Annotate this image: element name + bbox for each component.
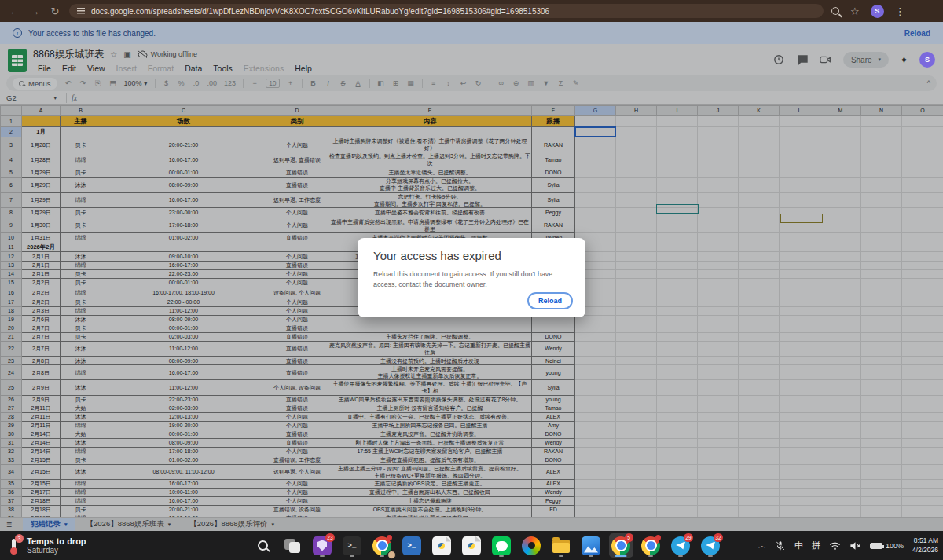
cell[interactable] [902, 127, 943, 137]
cell[interactable]: 大姑 [61, 430, 101, 438]
insert-comment-icon[interactable]: ⊕ [512, 79, 520, 87]
row-header-18[interactable]: 18 [1, 306, 22, 315]
cell[interactable] [780, 287, 820, 298]
strikethrough-icon[interactable]: S [339, 79, 347, 87]
cell[interactable] [780, 306, 820, 315]
cell[interactable] [902, 167, 943, 178]
cell[interactable]: 直播错误, 设备问题 [266, 505, 328, 514]
cell[interactable] [820, 380, 861, 395]
cell[interactable] [861, 496, 902, 505]
cell[interactable] [820, 332, 861, 341]
cell[interactable] [780, 447, 820, 456]
cell[interactable] [902, 152, 943, 167]
cell[interactable]: 沐沐 [61, 357, 101, 365]
cell[interactable]: 贝卡 [61, 218, 101, 232]
cell[interactable]: 2月15日 [22, 479, 61, 488]
cell[interactable] [739, 207, 780, 218]
cell[interactable]: 绵绵 [61, 287, 101, 298]
cell[interactable]: 01:00-02:00 [101, 456, 266, 464]
cell[interactable]: 个人问题 [266, 298, 328, 306]
cell[interactable] [820, 269, 861, 278]
cell[interactable]: 主播中申请触碰位置处理迟来秒回。 [328, 514, 532, 517]
menu-help[interactable]: Help [290, 64, 317, 73]
cell[interactable] [820, 505, 861, 514]
cell[interactable] [657, 306, 698, 315]
cell[interactable]: 个人问题 [266, 269, 328, 278]
fill-color-icon[interactable]: ◧ [377, 79, 385, 87]
cell[interactable] [902, 380, 943, 395]
cell[interactable] [861, 332, 902, 341]
cell[interactable] [780, 315, 820, 324]
cell[interactable]: Amy [532, 421, 575, 430]
cell[interactable] [902, 464, 943, 479]
cell[interactable]: 1月30日 [22, 218, 61, 232]
cell[interactable]: 直播过程中。主播台面露出私人东西。已提醒收回 [328, 488, 532, 496]
cell[interactable] [739, 380, 780, 395]
menu-format[interactable]: Format [143, 64, 178, 73]
row-header-38[interactable]: 38 [1, 505, 22, 514]
cell[interactable] [820, 357, 861, 365]
cell[interactable] [575, 207, 616, 218]
cell[interactable]: 主播迟上播三分钟 - 原因: 直播码问题。已提醒主播后续留意。提前检查好。 主播… [328, 464, 532, 479]
taskbar-powershell[interactable]: >_ [400, 533, 424, 558]
cell[interactable]: 2月18日 [22, 505, 61, 514]
redo-icon[interactable]: ↷ [79, 79, 87, 87]
cell[interactable] [616, 251, 657, 261]
cell[interactable] [616, 306, 657, 315]
cell[interactable] [861, 192, 902, 207]
cell[interactable] [657, 232, 698, 243]
cell[interactable]: 20:00-21:00 [101, 137, 266, 152]
cell[interactable]: 02:00-03:00 [101, 332, 266, 341]
mic-muted-icon[interactable] [775, 540, 786, 551]
cell[interactable] [861, 365, 902, 380]
cell[interactable] [657, 261, 698, 269]
cell[interactable] [780, 298, 820, 306]
cell[interactable] [739, 178, 780, 192]
cell[interactable] [902, 447, 943, 456]
cell[interactable]: 16:00-17:00, 18:00-19:00 [101, 287, 266, 298]
sheet-tab-2[interactable]: 【2026】8868娱乐班表▾ [79, 518, 179, 531]
cell[interactable]: Wendy [532, 438, 575, 447]
cell[interactable] [616, 447, 657, 456]
cell[interactable]: RAKAN [532, 218, 575, 232]
cell[interactable] [780, 167, 820, 178]
cell[interactable] [575, 167, 616, 178]
cell[interactable] [780, 218, 820, 232]
row-header-32[interactable]: 32 [1, 447, 22, 456]
cell[interactable]: 直播错误, 工作态度 [266, 456, 328, 464]
cell[interactable]: 2月2日 [22, 287, 61, 298]
cell[interactable] [739, 152, 780, 167]
cell[interactable] [780, 332, 820, 341]
cell[interactable] [739, 447, 780, 456]
cell[interactable] [739, 438, 780, 447]
taskbar-clock[interactable]: 8:51 AM 4/2/2026 [912, 536, 938, 554]
cell[interactable]: 绵绵 [61, 192, 101, 207]
cell[interactable] [820, 251, 861, 261]
row-header-26[interactable]: 26 [1, 395, 22, 404]
cell[interactable] [575, 380, 616, 395]
cell[interactable] [820, 412, 861, 421]
cell[interactable] [616, 152, 657, 167]
wifi-icon[interactable] [829, 541, 841, 551]
cell[interactable]: 跟播 [532, 116, 575, 127]
cell[interactable]: 贝卡 [61, 505, 101, 514]
undo-icon[interactable]: ↶ [64, 79, 72, 87]
cell[interactable]: 绵绵 [61, 479, 101, 488]
cell[interactable] [739, 287, 780, 298]
cell[interactable] [861, 456, 902, 464]
cell[interactable] [575, 496, 616, 505]
cell[interactable]: 沐沐 [61, 464, 101, 479]
cell[interactable] [902, 251, 943, 261]
cell[interactable] [698, 287, 739, 298]
cell[interactable] [657, 412, 698, 421]
cell[interactable]: 绵绵 [61, 152, 101, 167]
menus-search-button[interactable]: Menus [13, 78, 57, 90]
taskbar-line[interactable] [490, 533, 514, 558]
cell[interactable] [657, 357, 698, 365]
cell[interactable] [698, 116, 739, 127]
cell[interactable] [698, 137, 739, 152]
cell[interactable] [657, 505, 698, 514]
cell[interactable] [698, 357, 739, 365]
paint-format-icon[interactable]: ⬒ [109, 79, 117, 87]
cell[interactable]: 2月15日 [22, 456, 61, 464]
